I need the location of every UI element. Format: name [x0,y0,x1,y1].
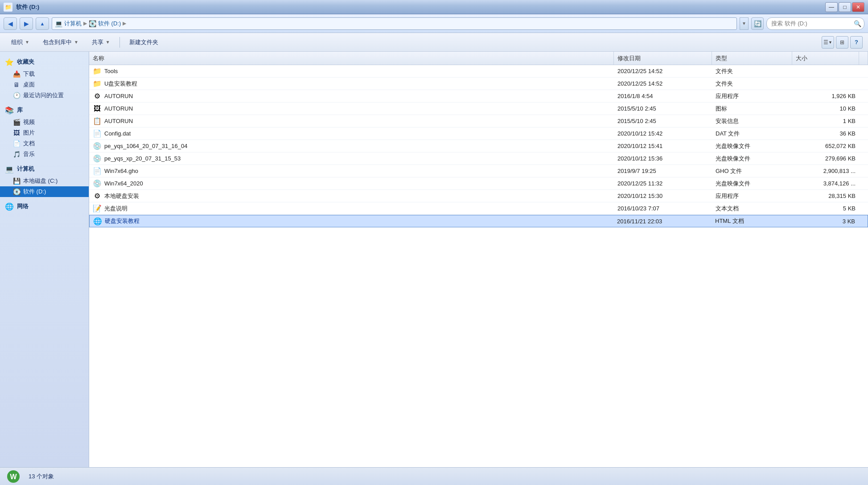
preview-button[interactable]: ⊞ [836,36,848,49]
sidebar-item-video[interactable]: 🎬 视频 [0,117,89,127]
file-modified: 2020/12/25 14:52 [614,80,712,87]
search-input[interactable] [766,17,864,30]
file-name-cell: 🖼 AUTORUN [89,104,614,113]
file-name: pe_yqs_1064_20_07_31_16_04 [104,143,188,149]
address-dropdown[interactable]: ▼ [740,17,749,30]
table-row[interactable]: 📄 Config.dat 2020/10/12 15:42 DAT 文件 36 … [89,127,868,140]
new-folder-label: 新建文件夹 [129,38,158,46]
file-modified: 2020/10/12 15:42 [614,130,712,137]
sidebar-section-computer: 💻 计算机 💾 本地磁盘 (C:) 💽 软件 (D:) [0,162,89,197]
refresh-button[interactable]: 🔄 [751,17,764,30]
sidebar-item-drive-c[interactable]: 💾 本地磁盘 (C:) [0,176,89,186]
sidebar-item-music[interactable]: 🎵 音乐 [0,149,89,160]
share-button[interactable]: 共享 ▼ [86,35,116,49]
file-name-cell: 📁 Tools [89,67,614,76]
col-modified[interactable]: 修改日期 [614,52,712,65]
sidebar-item-docs[interactable]: 📄 文档 [0,138,89,149]
file-type: 应用程序 [712,192,792,200]
path-separator-1: ▶ [83,21,87,26]
search-button[interactable]: 🔍 [853,19,862,28]
file-name: U盘安装教程 [104,80,137,88]
window-title: 软件 (D:) [16,3,39,11]
minimize-button[interactable]: — [825,2,838,12]
view-options-button[interactable]: ☰ ▼ [822,36,834,49]
downloads-label: 下载 [23,70,35,78]
sidebar-item-downloads[interactable]: 📥 下载 [0,69,89,79]
organize-button[interactable]: 组织 ▼ [5,35,35,49]
table-row[interactable]: 📋 AUTORUN 2015/5/10 2:45 安装信息 1 KB [89,115,868,127]
sidebar-item-drive-d[interactable]: 💽 软件 (D:) [0,186,89,197]
file-type: 光盘映像文件 [712,180,792,188]
file-area: 名称 修改日期 类型 大小 📁 Tools 2020/12/25 14:52 文… [89,52,868,467]
sidebar-section-library: 📚 库 🎬 视频 🖼 图片 📄 文档 🎵 音乐 [0,103,89,160]
sidebar-header-favorites[interactable]: ⭐ 收藏夹 [0,55,89,69]
table-row[interactable]: 💿 pe_yqs_1064_20_07_31_16_04 2020/10/12 … [89,140,868,152]
col-size[interactable]: 大小 [792,52,859,65]
sidebar: ⭐ 收藏夹 📥 下载 🖥 桌面 🕐 最近访问的位置 📚 库 [0,52,89,467]
up-button[interactable]: ▲ [36,17,49,30]
file-size: 28,315 KB [792,193,859,199]
titlebar-controls: — □ ✕ [825,2,864,12]
file-type-icon: 💿 [93,179,102,188]
file-modified: 2020/10/12 15:30 [614,193,712,199]
addressbar: ◀ ▶ ▲ 💻 计算机 ▶ 💽 软件 (D:) ▶ ▼ 🔄 🔍 [0,14,868,33]
view-arrow: ▼ [828,40,832,45]
sidebar-item-desktop[interactable]: 🖥 桌面 [0,79,89,90]
table-row[interactable]: 🖼 AUTORUN 2015/5/10 2:45 图标 10 KB [89,103,868,115]
col-name[interactable]: 名称 [89,52,614,65]
table-row[interactable]: 📁 Tools 2020/12/25 14:52 文件夹 [89,65,868,78]
recent-label: 最近访问的位置 [23,91,64,99]
sidebar-item-image[interactable]: 🖼 图片 [0,127,89,138]
file-name: AUTORUN [104,105,133,112]
table-row[interactable]: 💿 pe_yqs_xp_20_07_31_15_53 2020/10/12 15… [89,152,868,165]
table-row[interactable]: 📄 Win7x64.gho 2019/9/7 19:25 GHO 文件 2,90… [89,165,868,177]
maximize-button[interactable]: □ [839,2,851,12]
drive-c-label: 本地磁盘 (C:) [23,177,58,185]
drive-d-label: 软件 (D:) [23,188,46,196]
file-name: pe_yqs_xp_20_07_31_15_53 [104,155,181,162]
file-type-icon: 🌐 [93,217,102,226]
view-icon: ☰ [823,39,828,45]
file-name-cell: 📝 光盘说明 [89,204,614,213]
new-folder-button[interactable]: 新建文件夹 [123,35,164,49]
desktop-icon: 🖥 [12,81,21,89]
forward-button[interactable]: ▶ [20,17,33,30]
address-path[interactable]: 💻 计算机 ▶ 💽 软件 (D:) ▶ [52,17,737,30]
table-row[interactable]: 📝 光盘说明 2016/10/23 7:07 文本文档 5 KB [89,202,868,215]
file-list: 📁 Tools 2020/12/25 14:52 文件夹 📁 U盘安装教程 20… [89,65,868,467]
col-extra [859,52,868,65]
recent-icon: 🕐 [12,91,21,99]
share-arrow: ▼ [106,40,110,45]
file-name: 本地硬盘安装 [104,192,139,200]
table-row[interactable]: 🌐 硬盘安装教程 2016/11/21 22:03 HTML 文档 3 KB [89,215,868,227]
sidebar-header-computer[interactable]: 💻 计算机 [0,162,89,176]
table-row[interactable]: ⚙ AUTORUN 2016/1/8 4:54 应用程序 1,926 KB [89,90,868,103]
file-size: 36 KB [792,130,859,137]
table-row[interactable]: 💿 Win7x64_2020 2020/12/25 11:32 光盘映像文件 3… [89,177,868,190]
file-type-icon: 💿 [93,154,102,163]
sidebar-item-recent[interactable]: 🕐 最近访问的位置 [0,90,89,101]
toolbar-right: ☰ ▼ ⊞ ? [822,36,863,49]
file-type: 安装信息 [712,117,792,125]
table-row[interactable]: 📁 U盘安装教程 2020/12/25 14:52 文件夹 [89,78,868,90]
file-type: 文件夹 [712,67,792,75]
sidebar-header-network[interactable]: 🌐 网络 [0,200,89,213]
titlebar-left: 📁 软件 (D:) [4,3,39,12]
file-type-icon: 📄 [93,129,102,138]
table-row[interactable]: ⚙ 本地硬盘安装 2020/10/12 15:30 应用程序 28,315 KB [89,190,868,202]
col-type[interactable]: 类型 [712,52,792,65]
music-label: 音乐 [23,150,35,158]
include-library-label: 包含到库中 [43,38,72,46]
sidebar-header-library[interactable]: 📚 库 [0,103,89,117]
toolbar: 组织 ▼ 包含到库中 ▼ 共享 ▼ 新建文件夹 ☰ ▼ ⊞ ? [0,33,868,52]
file-size: 3,874,126 ... [792,180,859,187]
back-button[interactable]: ◀ [4,17,17,30]
include-library-button[interactable]: 包含到库中 ▼ [37,35,84,49]
file-modified: 2016/10/23 7:07 [614,205,712,212]
file-modified: 2016/11/21 22:03 [613,218,712,225]
sidebar-section-network: 🌐 网络 [0,200,89,213]
help-button[interactable]: ? [850,36,863,49]
close-button[interactable]: ✕ [852,2,864,12]
organize-label: 组织 [11,38,23,46]
file-modified: 2019/9/7 19:25 [614,168,712,174]
